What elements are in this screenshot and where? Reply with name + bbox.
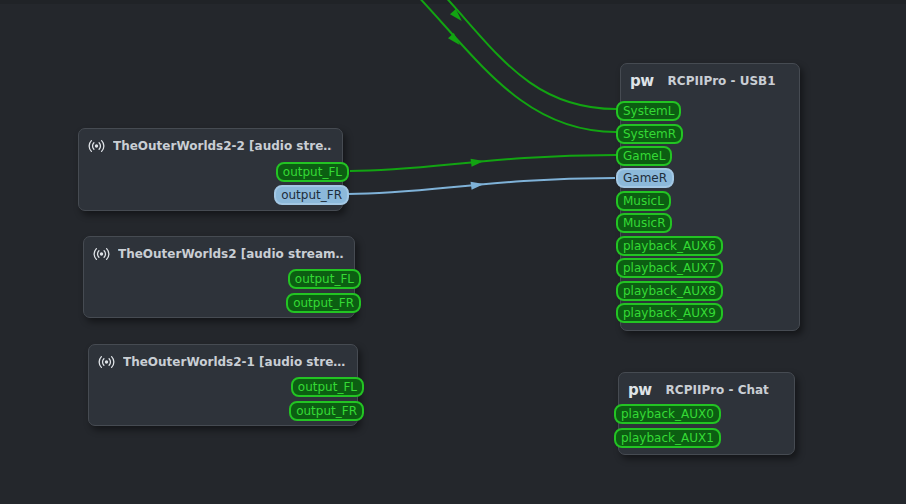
node-title: RCPIIPro - Chat bbox=[666, 383, 769, 397]
port-output_FR[interactable]: output_FR bbox=[274, 185, 349, 205]
port-playback_AUX1[interactable]: playback_AUX1 bbox=[614, 428, 721, 448]
connection-wire[interactable] bbox=[348, 178, 615, 194]
port-MusicL[interactable]: MusicL bbox=[616, 191, 671, 211]
node-rcpiipro-usb1[interactable]: pwRCPIIPro - USB1SystemLSystemRGameLGame… bbox=[620, 63, 800, 331]
port-output_FL[interactable]: output_FL bbox=[276, 162, 349, 182]
port-GameR[interactable]: GameR bbox=[616, 168, 674, 188]
connection-wire[interactable] bbox=[350, 155, 616, 171]
port-output_FR[interactable]: output_FR bbox=[286, 293, 361, 313]
port-playback_AUX0[interactable]: playback_AUX0 bbox=[614, 404, 721, 424]
port-MusicR[interactable]: MusicR bbox=[616, 213, 672, 233]
node-rcpiipro-chat[interactable]: pwRCPIIPro - Chatplayback_AUX0playback_A… bbox=[618, 372, 795, 455]
port-playback_AUX9[interactable]: playback_AUX9 bbox=[616, 303, 723, 323]
port-playback_AUX6[interactable]: playback_AUX6 bbox=[616, 236, 723, 256]
node-theouterworlds2-2[interactable]: TheOuterWorlds2-2 [audio stre…output_FLo… bbox=[78, 128, 343, 211]
node-header: pwRCPIIPro - USB1 bbox=[621, 64, 799, 91]
pipewire-icon: pw bbox=[628, 383, 652, 397]
port-output_FL[interactable]: output_FL bbox=[288, 269, 361, 289]
window-top-edge bbox=[0, 0, 906, 4]
port-playback_AUX7[interactable]: playback_AUX7 bbox=[616, 258, 723, 278]
audio-stream-icon bbox=[98, 354, 115, 370]
node-header: TheOuterWorlds2-1 [audio stre… bbox=[89, 345, 357, 372]
node-header: pwRCPIIPro - Chat bbox=[619, 373, 794, 400]
connection-wire[interactable] bbox=[441, 0, 616, 109]
node-title: TheOuterWorlds2-1 [audio stre… bbox=[123, 355, 345, 369]
graph-canvas[interactable]: TheOuterWorlds2-2 [audio stre…output_FLo… bbox=[0, 0, 906, 504]
node-theouterworlds2[interactable]: TheOuterWorlds2 [audio stream…output_FLo… bbox=[83, 236, 355, 318]
audio-stream-icon bbox=[88, 138, 105, 154]
port-GameL[interactable]: GameL bbox=[616, 146, 672, 166]
node-title: TheOuterWorlds2 [audio stream… bbox=[118, 247, 344, 261]
port-output_FR[interactable]: output_FR bbox=[289, 401, 364, 421]
port-SystemR[interactable]: SystemR bbox=[616, 124, 683, 144]
audio-stream-icon bbox=[93, 246, 110, 262]
connection-wire[interactable] bbox=[414, 0, 616, 132]
port-SystemL[interactable]: SystemL bbox=[616, 101, 681, 121]
node-theouterworlds2-1[interactable]: TheOuterWorlds2-1 [audio stre…output_FLo… bbox=[88, 344, 358, 426]
connection-arrow-icon bbox=[448, 33, 463, 48]
port-output_FL[interactable]: output_FL bbox=[291, 377, 364, 397]
port-playback_AUX8[interactable]: playback_AUX8 bbox=[616, 281, 723, 301]
node-title: RCPIIPro - USB1 bbox=[668, 74, 776, 88]
node-header: TheOuterWorlds2 [audio stream… bbox=[84, 237, 354, 264]
pipewire-icon: pw bbox=[630, 74, 654, 88]
node-header: TheOuterWorlds2-2 [audio stre… bbox=[79, 129, 342, 156]
node-title: TheOuterWorlds2-2 [audio stre… bbox=[113, 139, 332, 153]
